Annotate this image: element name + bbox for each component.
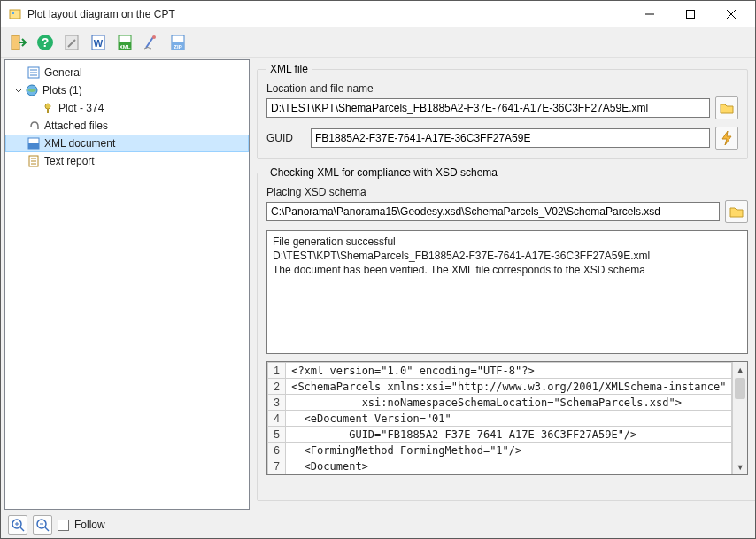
content-panel: XML file Location and file name GUID Che… [250,58,755,512]
svg-text:W: W [94,38,104,49]
lightning-icon [719,130,735,146]
tree-item-general[interactable]: General [5,64,249,81]
folder-icon [729,204,744,219]
xml-path-input[interactable] [266,98,710,118]
svg-rect-3 [687,11,695,19]
tree-label: Plots (1) [42,84,82,96]
app-icon [8,7,22,21]
zoom-out-icon [35,518,50,532]
tree-label: Text report [44,155,95,167]
table-row: 4 <eDocument Version="01" [268,411,732,427]
tree-item-report[interactable]: Text report [5,152,249,170]
tree-label: Attached files [44,119,108,132]
tree-label: Plot - 374 [58,102,104,114]
chevron-down-icon[interactable] [12,86,25,95]
pin-icon [41,102,55,114]
zoom-out-button[interactable] [33,515,52,535]
zoom-in-icon [11,518,25,532]
xml-button[interactable]: XML [112,30,137,55]
scrollbar[interactable]: ▲ ▼ [732,362,747,474]
edit-button[interactable] [59,30,84,55]
svg-point-24 [45,104,50,109]
browse-xml-button[interactable] [715,96,738,119]
scroll-up-icon[interactable]: ▲ [733,362,747,377]
placing-label: Placing XSD schema [266,186,748,198]
tree-item-attached[interactable]: Attached files [5,117,249,135]
svg-rect-6 [12,35,19,50]
table-row: 6 <FormingMethod FormingMethod="1"/> [268,443,732,458]
clip-icon [27,119,41,132]
report-icon [27,155,41,167]
browse-xsd-button[interactable] [725,200,748,223]
log-output[interactable]: File generation successful D:\TEST\KPT\S… [266,230,748,354]
follow-label: Follow [74,519,105,531]
tree-item-plots[interactable]: Plots (1) [5,81,249,99]
xml-source-grid[interactable]: 1<?xml version="1.0" encoding="UTF-8"?> … [266,361,748,475]
help-button[interactable]: ? [33,30,58,55]
archive-button[interactable]: ZIP [166,30,190,55]
tree-label: XML document [44,137,115,150]
table-row: 1<?xml version="1.0" encoding="UTF-8"?> [268,363,732,379]
table-row: 2<SchemaParcels xmlns:xsi="http://www.w3… [268,379,732,395]
titlebar: Plot layout diagram on the CPT [1,1,755,27]
exit-button[interactable] [6,30,31,55]
footer: Follow [1,512,755,538]
tree-item-xml[interactable]: XML document [5,135,249,152]
svg-text:ZIP: ZIP [174,44,181,50]
toolbar: ? W XML ZIP [1,27,755,58]
xsd-path-input[interactable] [266,202,720,221]
guid-input[interactable] [311,128,710,148]
svg-rect-27 [28,143,39,149]
xml-icon [27,137,41,150]
word-button[interactable]: W [86,30,111,55]
table-row: 3 xsi:noNamespaceSchemaLocation="SchemaP… [268,395,732,411]
close-button[interactable] [711,1,752,27]
tree-item-plot[interactable]: Plot - 374 [5,99,249,117]
xml-file-group: XML file Location and file name GUID [257,63,748,159]
folder-icon [719,100,735,116]
svg-text:?: ? [42,35,50,50]
table-row: 7 <Document> [268,458,732,474]
generate-guid-button[interactable] [715,127,738,150]
scroll-thumb[interactable] [735,378,745,399]
table-row: 5 GUID="FB1885A2-F37E-7641-A17E-36C3FF27… [268,427,732,443]
follow-checkbox[interactable] [58,520,69,531]
location-label: Location and file name [266,82,738,95]
xsd-check-group: Checking XML for compliance with XSD sch… [257,166,755,501]
tree-panel: General Plots (1) Plot - 374 Attached fi… [4,59,250,510]
guid-label: GUID [266,132,305,144]
svg-rect-1 [12,12,14,14]
group-title: Checking XML for compliance with XSD sch… [266,166,501,179]
svg-line-33 [20,527,24,531]
tree-label: General [44,66,82,79]
tool-a-button[interactable] [139,30,164,55]
group-title: XML file [266,63,312,75]
svg-line-37 [45,527,49,531]
window-title: Plot layout diagram on the CPT [27,8,629,20]
scroll-down-icon[interactable]: ▼ [733,459,747,474]
globe-icon [25,84,39,96]
zoom-in-button[interactable] [8,515,27,535]
doc-icon [27,66,41,79]
svg-text:XML: XML [120,44,131,50]
main-area: General Plots (1) Plot - 374 Attached fi… [1,58,755,512]
svg-point-15 [152,35,156,39]
maximize-button[interactable] [670,1,711,27]
svg-rect-0 [10,10,20,19]
minimize-button[interactable] [629,1,670,27]
